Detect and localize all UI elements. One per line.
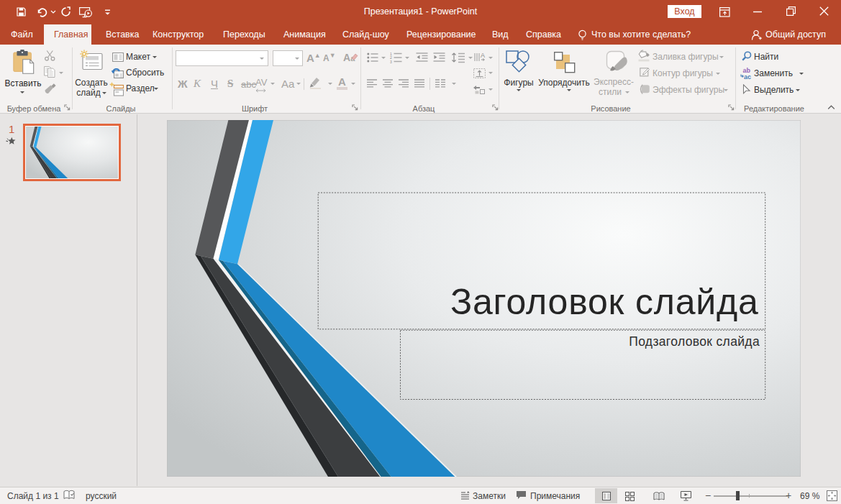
svg-text:A: A xyxy=(481,52,485,59)
svg-text:Подзаголовок слайда: Подзаголовок слайда xyxy=(629,334,760,349)
svg-text:ac: ac xyxy=(744,73,751,80)
svg-text:Заголовок слайда: Заголовок слайда xyxy=(450,282,759,322)
svg-text:3: 3 xyxy=(390,60,392,64)
